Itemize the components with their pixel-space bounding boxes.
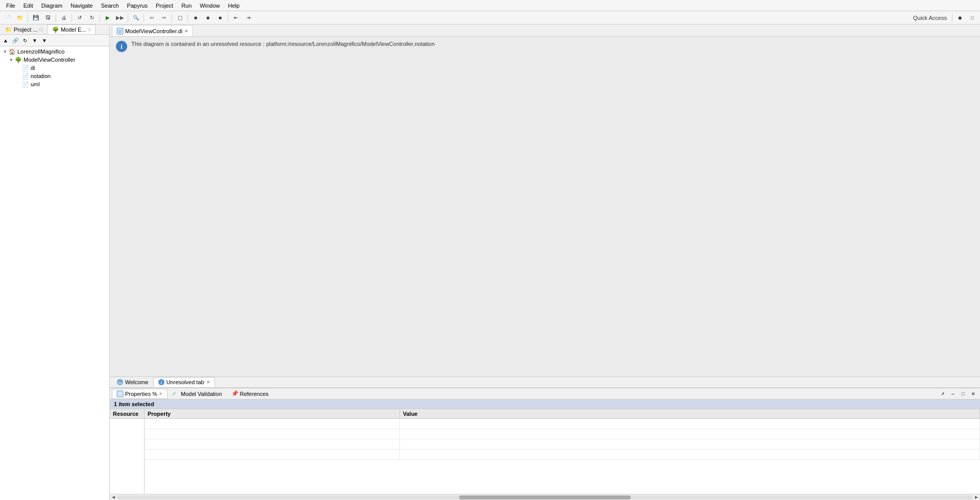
tb-palette2[interactable]: ■	[202, 13, 213, 23]
tb-redo[interactable]: ↻	[86, 13, 98, 23]
tb-perspective[interactable]: ▢	[174, 13, 185, 23]
project-explorer-icon: 📁	[5, 26, 13, 33]
resource-col-header: Resource	[110, 409, 144, 419]
tb-sep-3	[71, 14, 72, 22]
tab-unresolved-close[interactable]: ✕	[206, 380, 210, 385]
editor-tab-label: ModelViewController.di	[125, 28, 182, 34]
menu-window[interactable]: Window	[196, 2, 224, 10]
lt-sync[interactable]: ↻	[20, 36, 30, 45]
editor-tab-close[interactable]: ✕	[184, 29, 188, 34]
tree-item-di[interactable]: 📄 di	[1, 64, 108, 72]
menu-project[interactable]: Project	[152, 2, 177, 10]
scroll-thumb[interactable]	[459, 495, 630, 499]
tree-item-uml[interactable]: 📄 uml	[1, 80, 108, 88]
editor-tab-mvc[interactable]: D ModelViewController.di ✕	[112, 25, 193, 36]
tb-sep-6	[144, 14, 144, 22]
editor-area: i This diagram is contained in an unreso…	[110, 37, 980, 388]
main-layout: 📁 Project ... □ 🌳 Model E... □ ▲ 🔗 ↻ ▼ ▼…	[0, 24, 980, 500]
tb-align[interactable]: ⇤	[230, 13, 242, 23]
scroll-track[interactable]	[117, 495, 973, 499]
table-row	[145, 419, 980, 429]
tb-prev[interactable]: ⇦	[146, 13, 157, 23]
resource-body	[110, 419, 144, 494]
prop-cell-value-2	[400, 439, 980, 449]
tab-welcome-label: Welcome	[125, 379, 149, 385]
tree-arrow-root[interactable]: ▼	[2, 49, 8, 54]
lt-filter[interactable]: ▼	[30, 36, 39, 45]
tab-model-validation[interactable]: ✓ Model Validation	[168, 389, 227, 399]
h-scrollbar[interactable]: ◀ ▶	[110, 494, 980, 500]
scroll-right-arrow[interactable]: ▶	[974, 495, 979, 499]
prop-table: Resource Property Value	[110, 409, 980, 494]
tb-palette1[interactable]: ■	[190, 13, 201, 23]
tb-search[interactable]: 🔍	[130, 13, 141, 23]
menu-diagram[interactable]: Diagram	[37, 2, 67, 10]
tb-save[interactable]: 💾	[30, 13, 41, 23]
canvas[interactable]	[110, 56, 980, 377]
tb-undo[interactable]: ↺	[74, 13, 85, 23]
tab-welcome[interactable]: W Welcome	[112, 377, 153, 387]
references-icon: 📌	[231, 390, 238, 397]
menu-papyrus[interactable]: Papyrus	[123, 2, 152, 10]
tab-project-close[interactable]: □	[39, 27, 42, 32]
prop-cell-value-3	[400, 449, 980, 459]
prop-close-btn[interactable]: ✕	[969, 390, 978, 398]
tb-next[interactable]: ⇨	[158, 13, 170, 23]
svg-text:i: i	[160, 380, 162, 385]
tb-palette3[interactable]: ■	[214, 13, 226, 23]
tab-unresolved[interactable]: i Unresolved tab ✕	[153, 377, 215, 387]
tab-references[interactable]: 📌 References	[227, 389, 273, 399]
svg-text:D: D	[118, 29, 122, 34]
prop-cell-value-0	[400, 419, 980, 429]
prop-cell-property-0	[145, 419, 400, 429]
properties-tabs: Properties % ✕ ✓ Model Validation 📌 Refe…	[110, 388, 980, 399]
menu-run[interactable]: Run	[177, 2, 196, 10]
lt-view-menu[interactable]: ▼	[40, 36, 49, 45]
tab-references-label: References	[240, 391, 269, 397]
menu-file[interactable]: File	[2, 2, 19, 10]
tree-item-mvc[interactable]: ▼ 🌳 ModelViewController	[1, 56, 108, 64]
prop-cell-property-1	[145, 429, 400, 439]
tb-debug[interactable]: ▶▶	[114, 13, 126, 23]
tb-sep-5	[128, 14, 128, 22]
tb-run[interactable]: ▶	[102, 13, 113, 23]
tree-icon-root: 🏠	[8, 48, 16, 55]
tree-icon-uml: 📄	[21, 81, 30, 88]
info-bar: i This diagram is contained in an unreso…	[110, 37, 980, 56]
tree-item-notation[interactable]: 📄 notation	[1, 72, 108, 80]
tb-perspective-switch[interactable]: ◆	[954, 13, 966, 23]
tb-new[interactable]: 📄	[2, 13, 13, 23]
tree-icon-notation: 📄	[21, 72, 30, 80]
menu-search[interactable]: Search	[97, 2, 123, 10]
prop-export-btn[interactable]: ↗	[938, 390, 947, 398]
tb-maximize[interactable]: □	[967, 13, 978, 23]
tb-open[interactable]: 📁	[14, 13, 26, 23]
prop-minimize-btn[interactable]: ─	[948, 390, 958, 398]
tab-project-explorer[interactable]: 📁 Project ... □	[0, 24, 47, 34]
prop-col-value-header: Value	[400, 409, 980, 418]
menu-navigate[interactable]: Navigate	[66, 2, 97, 10]
lt-collapse-all[interactable]: ▲	[1, 36, 10, 45]
table-row	[145, 439, 980, 449]
tb-sep-2	[56, 14, 56, 22]
tab-properties[interactable]: Properties % ✕	[112, 389, 168, 399]
table-row	[145, 449, 980, 460]
tb-distribute[interactable]: ⇥	[243, 13, 254, 23]
menu-edit[interactable]: Edit	[19, 2, 37, 10]
menubar: File Edit Diagram Navigate Search Papyru…	[0, 0, 980, 11]
lt-link-editor[interactable]: 🔗	[11, 36, 20, 45]
tb-print[interactable]: 🖨	[58, 13, 69, 23]
tb-sep-1	[28, 14, 28, 22]
tree-item-root[interactable]: ▼ 🏠 LorenzoIlMagnifico	[1, 47, 108, 56]
tab-model-explorer[interactable]: 🌳 Model E... □	[47, 24, 95, 34]
prop-maximize-btn[interactable]: □	[959, 390, 968, 398]
tab-properties-close[interactable]: ✕	[159, 391, 163, 396]
scroll-left-arrow[interactable]: ◀	[111, 495, 116, 499]
tb-save-all[interactable]: 🖫	[42, 13, 54, 23]
properties-icon	[116, 390, 124, 397]
menu-help[interactable]: Help	[224, 2, 244, 10]
tree-label-uml: uml	[31, 81, 40, 87]
tab-model-close[interactable]: □	[88, 27, 90, 32]
right-area: D ModelViewController.di ✕ i This diagra…	[110, 24, 980, 500]
tree-arrow-mvc[interactable]: ▼	[8, 58, 14, 62]
